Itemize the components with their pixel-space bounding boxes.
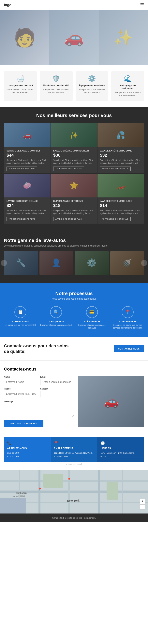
process-icon-0: 📋 (14, 306, 26, 318)
email-input[interactable] (40, 379, 74, 385)
process-step-desc-1: En savoir plus sur nos services PAC (40, 324, 73, 326)
service-card: 🌟 SUPER LAVAGE EXTÉRIEUR $18 Sample text… (51, 174, 97, 224)
service-name-4: SUPER LAVAGE EXTÉRIEUR (53, 200, 95, 202)
service-price-4: $18 (53, 203, 95, 208)
svg-text:New York 98018: New York 98018 (12, 495, 25, 497)
process-step-label-1: 2. Inspection (40, 320, 73, 323)
svg-text:New York: New York (67, 499, 79, 502)
feature-title-1: Matériaux de sécurité (42, 84, 70, 87)
info-icon-1: 📍 (54, 441, 94, 445)
service-btn-1[interactable]: APPRENDRE ENCORE PLUS (53, 166, 84, 171)
info-card-2: 🕐 HEURES Lun.—Ven.: 11h—20h; Sam., Sam.,… (97, 437, 144, 462)
phone-subject-row: Phone Subject (4, 388, 74, 397)
service-image-5: 🏎️ (97, 174, 144, 198)
hero-section: 🧑 🚗 ✨ (0, 10, 148, 65)
services-section: Nos meilleurs services pour vous 🚗 SERVI… (0, 107, 148, 232)
svg-rect-9 (43, 474, 63, 488)
contact-form: Name Email Phone Subject Message (4, 376, 74, 427)
gallery-prev-button[interactable]: ‹ (1, 260, 7, 266)
menu-button[interactable]: ☰ (140, 2, 144, 8)
info-card-0: 📞 APPELEZ-NOUS 9:00-13:000,8:00-13:000 (4, 437, 51, 462)
service-image-1: ✨ (51, 123, 97, 147)
phone-input[interactable] (4, 391, 38, 397)
gallery-next-button[interactable]: › (141, 260, 147, 266)
process-grid: 📋 1. Réservation En savoir plus sur nos … (4, 306, 144, 329)
gallery-wrapper: ‹ 🔧 👤 ⚙️ 🚿 › (4, 251, 144, 275)
info-section: 📞 APPELEZ-NOUS 9:00-13:000,8:00-13:000 📍… (0, 433, 148, 470)
service-name-3: LAVAGE EXTÉRIEUR DE LUXE (6, 200, 48, 202)
service-btn-4[interactable]: APPRENDRE ENCORE PLUS (53, 217, 84, 221)
gallery-item: ⚙️ (75, 251, 109, 275)
service-price-3: $24 (6, 203, 48, 208)
header: logo ☰ (0, 0, 148, 10)
process-title: Notre processus (4, 291, 144, 296)
process-step-label-0: 1. Réservation (4, 320, 37, 323)
cta-section: Contactez-nous pour des soins de qualité… (0, 337, 148, 360)
hero-image-2: 🚗 (49, 10, 99, 65)
service-image-4: 🌟 (51, 174, 97, 198)
svg-text:Manhattan: Manhattan (16, 492, 27, 494)
svg-rect-11 (0, 498, 26, 514)
service-desc-0: Sample text. Click to select the text bo… (6, 159, 48, 164)
subject-group: Subject (40, 388, 74, 397)
feature-title-0: Lavage sans contact (6, 84, 34, 87)
cta-button[interactable]: CONTACTEZ-NOUS (114, 345, 144, 352)
subject-input[interactable] (40, 391, 74, 397)
process-step-2: 💳 3. Évaluation En savoir plus sur nos s… (75, 306, 108, 329)
contact-section: Contactez-nous Name Email Phone Sub (0, 360, 148, 433)
service-btn-3[interactable]: APPRENDRE ENCORE PLUS (6, 217, 37, 221)
service-price-2: $32 (100, 153, 142, 158)
service-desc-2: Sample text. Click to select the text bo… (100, 159, 142, 164)
info-title-1: EMPLACEMENT (54, 447, 94, 450)
service-card: 🏎️ LAVAGE EXTÉRIEUR DE BASE $14 Sample t… (97, 174, 144, 224)
info-text-2: Lun.—Ven.: 11h—20h; Sam., Sam.,di.:20... (100, 451, 141, 458)
feature-icon-2: ⚙️ (78, 75, 106, 82)
info-title-2: HEURES (100, 447, 141, 450)
service-name-1: LAVAGE SPÉCIAL DU DIRECTEUR (53, 150, 95, 152)
name-input[interactable] (4, 379, 38, 385)
submit-button[interactable]: ENVOYER UN MESSAGE (4, 420, 43, 427)
phone-label: Phone (4, 388, 38, 390)
feature-card: 🛡️ Matériaux de sécurité Sample text. Cl… (40, 71, 73, 101)
process-icon-2: 💳 (86, 306, 98, 318)
process-step-1: 🔍 2. Inspection En savoir plus sur nos s… (40, 306, 73, 329)
map-controls: + − (140, 499, 145, 510)
feature-icon-1: 🛡️ (42, 75, 70, 82)
service-name-0: SERVICE DE LAVAGE COMPLET (6, 150, 48, 152)
service-name-5: LAVAGE EXTÉRIEUR DE BASE (100, 200, 142, 202)
process-step-3: 📍 4. Achèvement Découvrez en savoir plus… (111, 306, 144, 329)
service-price-0: $44 (6, 153, 48, 158)
info-card-1: 📍 EMPLACEMENT 1121 Rock Street, 25 Avenu… (51, 437, 97, 462)
name-email-row: Name Email (4, 376, 74, 385)
service-btn-5[interactable]: APPRENDRE ENCORE PLUS (100, 217, 131, 221)
cta-text: Contactez-nous pour des soins de qualité… (4, 343, 71, 354)
service-desc-3: Sample text. Click to select the text bo… (6, 209, 48, 215)
map-roads-svg: Manhattan New York 98018 New York 📍 📍 (0, 470, 148, 514)
service-name-2: LAVAGE EXTÉRIEUR DE LUXE (100, 150, 142, 152)
process-step-label-3: 4. Achèvement (111, 320, 144, 323)
service-desc-4: Sample text. Click to select the text bo… (53, 209, 95, 215)
map-zoom-out-button[interactable]: − (140, 504, 145, 510)
phone-group: Phone (4, 388, 38, 397)
process-step-desc-3: Découvrez en savoir plus sur nos service… (111, 324, 144, 329)
services-grid: 🚗 SERVICE DE LAVAGE COMPLET $44 Sample t… (4, 123, 144, 224)
svg-text:📍: 📍 (67, 478, 71, 482)
gallery-item: 👤 (39, 251, 74, 275)
message-input[interactable] (4, 403, 74, 417)
service-card: 🚗 SERVICE DE LAVAGE COMPLET $44 Sample t… (4, 123, 51, 174)
service-btn-0[interactable]: APPRENDRE ENCORE PLUS (6, 166, 37, 171)
gallery-item: 🚿 (110, 251, 144, 275)
map-zoom-in-button[interactable]: + (140, 499, 145, 504)
process-step-0: 📋 1. Réservation En savoir plus sur nos … (4, 306, 37, 329)
feature-card: 🛁 Lavage sans contact Sample text. Click… (4, 71, 37, 101)
feature-desc-2: Sample text. Click to select the Text El… (78, 88, 106, 94)
service-btn-2[interactable]: APPRENDRE ENCORE PLUS (100, 166, 131, 171)
feature-desc-3: Sample text. Click to select the Text El… (114, 91, 142, 97)
info-credit: Images de Freepik (4, 462, 144, 466)
subject-label: Subject (40, 388, 74, 390)
logo: logo (4, 3, 11, 7)
feature-title-3: Nettoyage en profondeur (114, 84, 142, 90)
info-grid: 📞 APPELEZ-NOUS 9:00-13:000,8:00-13:000 📍… (4, 437, 144, 462)
message-label: Message (4, 400, 13, 402)
service-price-1: $36 (53, 153, 95, 158)
